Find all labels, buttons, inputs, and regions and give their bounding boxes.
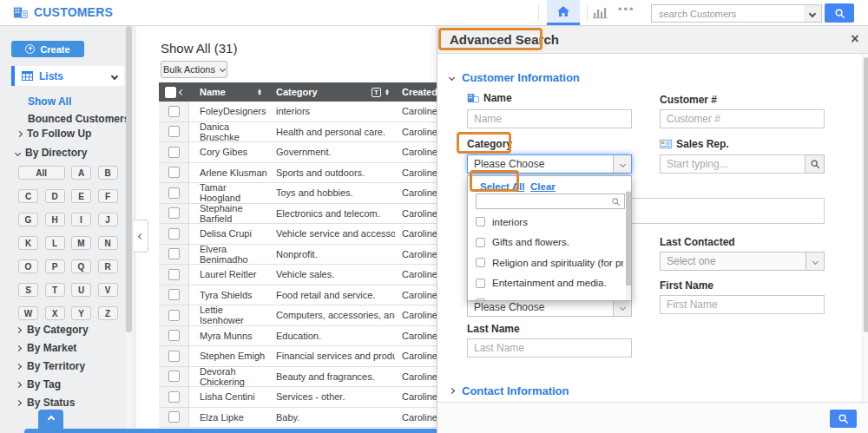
alphabet-button[interactable]: U (71, 283, 91, 297)
row-checkbox[interactable] (168, 228, 180, 239)
row-checkbox[interactable] (168, 187, 180, 199)
row-checkbox[interactable] (168, 126, 180, 137)
popup-scrollbar[interactable] (626, 190, 631, 300)
panel-scrollbar-thumb[interactable] (864, 57, 868, 332)
cell-name[interactable]: Laurel Reitler (189, 269, 269, 279)
alphabet-button[interactable]: R (98, 259, 118, 273)
last-contacted-select[interactable]: Select one (660, 252, 825, 271)
name-input[interactable] (467, 109, 632, 128)
alphabet-button[interactable]: Q (71, 259, 91, 273)
row-checkbox[interactable] (168, 106, 180, 117)
cell-name[interactable]: Lisha Centini (189, 391, 269, 402)
filter-icon[interactable]: T (372, 88, 381, 97)
sidebar-scrollbar[interactable] (126, 26, 132, 433)
advanced-search-submit-button[interactable] (830, 410, 857, 428)
alphabet-button[interactable]: C (18, 189, 38, 203)
row-checkbox[interactable] (168, 330, 180, 341)
row-checkbox[interactable] (168, 351, 180, 362)
section-customer-information[interactable]: Customer Information (450, 71, 580, 84)
cell-name[interactable]: Devorah Chickering (189, 366, 269, 387)
alphabet-button[interactable]: K (18, 236, 38, 250)
sort-icon[interactable]: ▲ ▼ (257, 89, 262, 96)
sort-icon[interactable]: ▲ ▼ (385, 89, 390, 96)
cell-name[interactable]: Arlene Klusman (189, 167, 269, 178)
row-checkbox[interactable] (168, 371, 180, 382)
clear-link[interactable]: Clear (530, 181, 556, 192)
chevron-left-icon[interactable] (178, 89, 184, 95)
alphabet-button[interactable]: M (71, 236, 91, 250)
alphabet-button[interactable]: W (18, 306, 38, 320)
category-option[interactable]: Entertainment and media. (476, 273, 623, 294)
category-option[interactable]: Home and garden. (476, 293, 623, 301)
category-option[interactable]: interiors (476, 212, 623, 233)
alphabet-button[interactable]: S (18, 283, 38, 297)
alphabet-button[interactable]: H (45, 213, 65, 226)
alphabet-button[interactable]: V (98, 283, 118, 297)
cell-name[interactable]: Stephen Emigh (189, 351, 269, 361)
sidebar-collapse-handle[interactable] (134, 220, 148, 253)
alphabet-button[interactable]: L (45, 236, 65, 250)
option-checkbox[interactable] (476, 279, 485, 288)
select-arrow-button[interactable] (806, 253, 824, 270)
create-button[interactable]: + Create (11, 41, 84, 57)
option-checkbox[interactable] (476, 217, 485, 226)
global-search-button[interactable] (825, 3, 854, 23)
cell-name[interactable]: Delisa Crupi (189, 228, 269, 239)
sidebar-item-show-all[interactable]: Show All (28, 95, 71, 108)
row-checkbox[interactable] (168, 391, 180, 403)
first-name-input[interactable] (660, 295, 825, 314)
alphabet-button[interactable]: All (18, 166, 65, 180)
alphabet-button[interactable]: A (71, 166, 91, 180)
row-checkbox[interactable] (168, 269, 180, 280)
sidebar-item-to-follow-up[interactable]: To Follow Up (17, 128, 91, 140)
category-option[interactable]: Religion and spirituality (for pro… (476, 253, 623, 273)
sidebar-item-lists[interactable]: Lists (11, 66, 124, 86)
sidebar-group-item[interactable]: By Territory (16, 361, 89, 371)
cell-name[interactable]: Elvera Benimadho (189, 244, 269, 265)
alphabet-button[interactable]: Z (98, 306, 118, 320)
row-checkbox[interactable] (168, 248, 180, 259)
category-option[interactable]: Gifts and flowers. (476, 233, 623, 253)
sidebar-item-bounced-customers[interactable]: Bounced Customers (28, 113, 129, 125)
panel-scrollbar[interactable] (862, 54, 868, 402)
bulk-actions-button[interactable]: Bulk Actions (161, 61, 227, 78)
cell-name[interactable]: Stephaine Barfield (189, 203, 269, 224)
customer-number-input[interactable] (660, 109, 825, 128)
column-header-name[interactable]: Name ▲ ▼ (189, 87, 269, 97)
last-name-input[interactable] (467, 338, 632, 358)
reports-button[interactable] (592, 6, 608, 23)
alphabet-button[interactable]: E (71, 189, 91, 203)
alphabet-button[interactable]: F (98, 189, 118, 203)
alphabet-button[interactable]: D (45, 189, 65, 203)
cell-name[interactable]: Tamar Hoogland (189, 182, 269, 203)
sales-rep-input[interactable] (660, 154, 806, 174)
section-contact-information[interactable]: Contact Information (450, 384, 569, 397)
row-checkbox[interactable] (168, 207, 180, 219)
sales-rep-lookup-button[interactable] (806, 154, 825, 174)
cell-name[interactable]: Tyra Shields (189, 290, 269, 300)
row-checkbox[interactable] (168, 310, 180, 321)
alphabet-button[interactable]: O (18, 259, 38, 273)
sidebar-group-item[interactable]: By Status (16, 397, 89, 408)
cell-name[interactable]: Danica Bruschke (189, 121, 269, 142)
cell-name[interactable]: Cory Gibes (189, 147, 269, 157)
alphabet-button[interactable]: P (45, 259, 65, 273)
sidebar-item-by-directory[interactable]: By Directory (16, 147, 87, 159)
alphabet-button[interactable]: T (45, 283, 65, 297)
popup-scrollbar-thumb[interactable] (626, 192, 631, 285)
row-checkbox[interactable] (168, 147, 180, 158)
alphabet-button[interactable]: X (45, 306, 65, 320)
sidebar-group-item[interactable]: By Category (16, 325, 89, 335)
cell-name[interactable]: Myra Munns (189, 331, 269, 341)
alphabet-button[interactable]: G (18, 213, 38, 226)
option-checkbox[interactable] (476, 258, 485, 267)
select-all-checkbox[interactable] (165, 87, 176, 98)
home-button[interactable] (547, 0, 580, 25)
alphabet-button[interactable]: I (71, 213, 91, 226)
sidebar-scrollbar-thumb[interactable] (126, 26, 132, 332)
row-checkbox[interactable] (168, 289, 180, 300)
cell-name[interactable]: FoleyDesigners (189, 106, 269, 116)
close-button[interactable]: × (846, 30, 864, 48)
column-header-category[interactable]: Category T ▲ ▼ (269, 87, 395, 97)
sidebar-group-item[interactable]: By Market (16, 343, 89, 353)
